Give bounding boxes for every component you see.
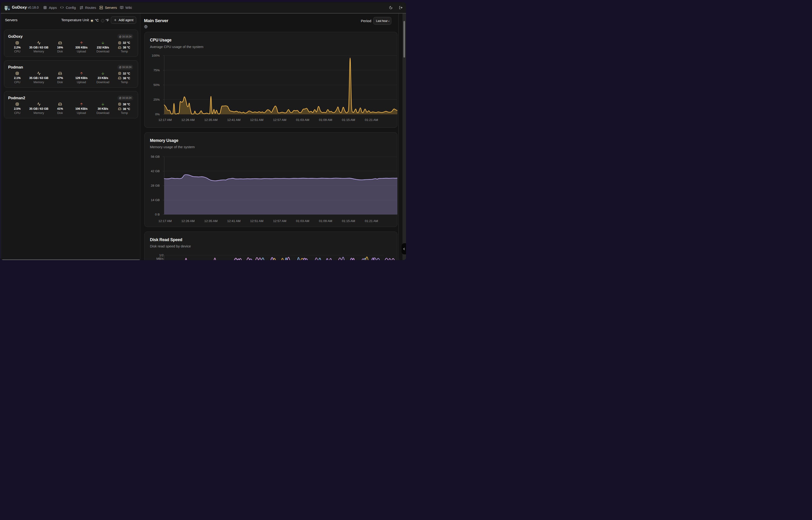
svg-text:12:51 AM: 12:51 AM: [250, 118, 263, 122]
svg-text:14 GB: 14 GB: [151, 198, 160, 202]
svg-text:42 GB: 42 GB: [151, 170, 160, 173]
svg-text:0%: 0%: [155, 112, 160, 116]
svg-text:12:57 AM: 12:57 AM: [273, 118, 286, 122]
svg-text:56 GB: 56 GB: [151, 155, 160, 158]
svg-text:100%: 100%: [151, 54, 160, 57]
svg-text:12:17 AM: 12:17 AM: [158, 118, 172, 122]
svg-text:28 GB: 28 GB: [151, 184, 160, 187]
svg-text:01:15 AM: 01:15 AM: [342, 118, 355, 122]
svg-text:01:03 AM: 01:03 AM: [296, 118, 309, 122]
svg-text:0 B: 0 B: [155, 213, 160, 216]
svg-text:12:17 AM: 12:17 AM: [158, 219, 172, 223]
svg-text:50%: 50%: [153, 83, 160, 87]
svg-text:12:35 AM: 12:35 AM: [204, 219, 218, 223]
svg-text:12:26 AM: 12:26 AM: [181, 118, 195, 122]
svg-text:01:03 AM: 01:03 AM: [296, 219, 309, 223]
svg-text:12:41 AM: 12:41 AM: [227, 118, 241, 122]
svg-text:MB/s: MB/s: [157, 257, 164, 260]
svg-text:01:21 AM: 01:21 AM: [365, 118, 378, 122]
svg-text:12:51 AM: 12:51 AM: [250, 219, 263, 223]
svg-text:01:09 AM: 01:09 AM: [319, 219, 332, 223]
svg-text:01:21 AM: 01:21 AM: [365, 219, 378, 223]
svg-text:12:57 AM: 12:57 AM: [273, 219, 286, 223]
svg-text:12:41 AM: 12:41 AM: [227, 219, 241, 223]
svg-text:01:15 AM: 01:15 AM: [342, 219, 355, 223]
svg-text:1/2: 1/2: [159, 254, 164, 257]
svg-text:12:26 AM: 12:26 AM: [181, 219, 195, 223]
svg-text:12:35 AM: 12:35 AM: [204, 118, 218, 122]
svg-text:01:09 AM: 01:09 AM: [319, 118, 332, 122]
svg-text:75%: 75%: [153, 69, 160, 72]
svg-text:25%: 25%: [153, 98, 160, 101]
